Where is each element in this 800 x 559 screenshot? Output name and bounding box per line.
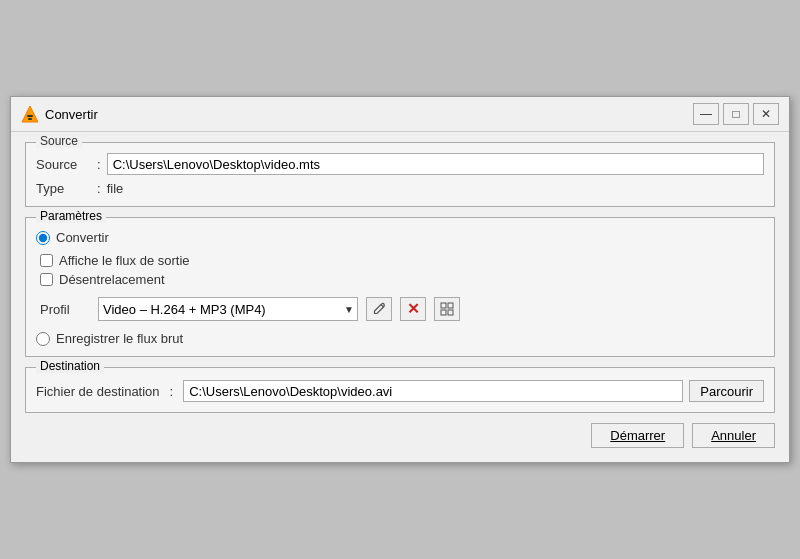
window-title: Convertir bbox=[45, 107, 98, 122]
enregistrer-radio-row: Enregistrer le flux brut bbox=[36, 331, 764, 346]
enregistrer-label: Enregistrer le flux brut bbox=[56, 331, 183, 346]
enregistrer-radio[interactable] bbox=[36, 332, 50, 346]
svg-rect-6 bbox=[441, 310, 446, 315]
title-bar-left: Convertir bbox=[21, 105, 98, 123]
vlc-icon bbox=[21, 105, 39, 123]
demarrer-label: Démarrer bbox=[610, 428, 665, 443]
source-input[interactable] bbox=[107, 153, 764, 175]
source-row: Source : bbox=[36, 153, 764, 175]
maximize-button[interactable]: □ bbox=[723, 103, 749, 125]
profil-select-wrapper: Video – H.264 + MP3 (MP4) Video – H.265 … bbox=[98, 297, 358, 321]
params-group-title: Paramètres bbox=[36, 209, 106, 223]
title-bar-controls: — □ ✕ bbox=[693, 103, 779, 125]
parcourir-button[interactable]: Parcourir bbox=[689, 380, 764, 402]
svg-rect-7 bbox=[448, 310, 453, 315]
svg-rect-2 bbox=[28, 118, 32, 120]
demarrer-button[interactable]: Démarrer bbox=[591, 423, 684, 448]
profil-delete-button[interactable]: ✕ bbox=[400, 297, 426, 321]
annuler-button[interactable]: Annuler bbox=[692, 423, 775, 448]
convertir-radio-row: Convertir bbox=[36, 230, 764, 245]
destination-group-title: Destination bbox=[36, 359, 104, 373]
title-bar: Convertir — □ ✕ bbox=[11, 97, 789, 132]
profil-new-button[interactable] bbox=[434, 297, 460, 321]
source-group: Source Source : Type : file bbox=[25, 142, 775, 207]
destination-input[interactable] bbox=[183, 380, 683, 402]
params-group: Paramètres Convertir Affiche le flux de … bbox=[25, 217, 775, 357]
affiche-checkbox[interactable] bbox=[40, 254, 53, 267]
content-area: Source Source : Type : file Paramètres C… bbox=[11, 132, 789, 462]
close-button[interactable]: ✕ bbox=[753, 103, 779, 125]
source-sep: : bbox=[97, 157, 101, 172]
destination-row: Fichier de destination : Parcourir bbox=[36, 380, 764, 402]
fichier-label: Fichier de destination bbox=[36, 384, 160, 399]
convertir-radio[interactable] bbox=[36, 231, 50, 245]
wrench-icon bbox=[372, 302, 386, 316]
desentrelacement-row: Désentrelacement bbox=[40, 272, 764, 287]
profil-row: Profil Video – H.264 + MP3 (MP4) Video –… bbox=[40, 297, 764, 321]
profil-label: Profil bbox=[40, 302, 90, 317]
svg-rect-1 bbox=[27, 115, 33, 117]
desentrelacement-checkbox[interactable] bbox=[40, 273, 53, 286]
type-value: file bbox=[107, 181, 124, 196]
type-row: Type : file bbox=[36, 181, 764, 196]
profil-settings-button[interactable] bbox=[366, 297, 392, 321]
svg-rect-4 bbox=[441, 303, 446, 308]
convertir-label: Convertir bbox=[56, 230, 109, 245]
grid-icon bbox=[440, 302, 454, 316]
affiche-label: Affiche le flux de sortie bbox=[59, 253, 190, 268]
desentrelacement-label: Désentrelacement bbox=[59, 272, 165, 287]
destination-group: Destination Fichier de destination : Par… bbox=[25, 367, 775, 413]
source-label: Source bbox=[36, 157, 91, 172]
minimize-button[interactable]: — bbox=[693, 103, 719, 125]
profil-select[interactable]: Video – H.264 + MP3 (MP4) Video – H.265 … bbox=[98, 297, 358, 321]
svg-line-3 bbox=[381, 305, 384, 308]
action-row: Démarrer Annuler bbox=[25, 423, 775, 448]
main-window: Convertir — □ ✕ Source Source : Type : f… bbox=[10, 96, 790, 463]
source-group-title: Source bbox=[36, 134, 82, 148]
annuler-label: Annuler bbox=[711, 428, 756, 443]
type-label: Type bbox=[36, 181, 91, 196]
fichier-sep: : bbox=[170, 384, 174, 399]
svg-rect-5 bbox=[448, 303, 453, 308]
type-sep: : bbox=[97, 181, 101, 196]
affiche-row: Affiche le flux de sortie bbox=[40, 253, 764, 268]
